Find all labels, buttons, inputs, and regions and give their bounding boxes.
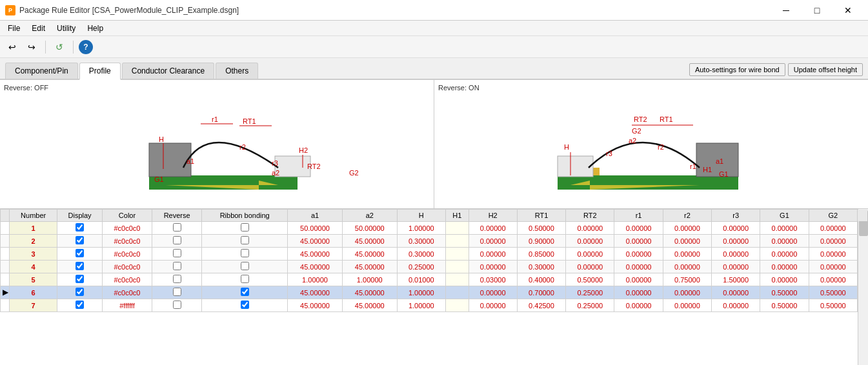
row-r3: 0.00000	[712, 286, 760, 299]
row-H1	[445, 235, 469, 248]
tab-component-pin[interactable]: Component/Pin	[5, 63, 78, 79]
th-a1: a1	[288, 210, 343, 222]
row-reverse[interactable]	[152, 222, 202, 235]
row-H2: 0.00000	[469, 299, 517, 312]
table-row[interactable]: 2#c0c0c045.0000045.000000.300000.000000.…	[1, 235, 868, 248]
table-area: Number Display Color Reverse Ribbon bond…	[0, 209, 868, 365]
table-row[interactable]: 5#c0c0c01.000001.000000.010000.030000.40…	[1, 273, 868, 286]
row-a1: 45.00000	[288, 299, 343, 312]
tab-conductor-clearance[interactable]: Conductor Clearance	[122, 63, 214, 79]
minimize-button[interactable]: ─	[771, 0, 801, 21]
row-H: 0.01000	[397, 273, 445, 286]
row-r2: 0.00000	[663, 222, 711, 235]
row-number: 4	[10, 261, 57, 273]
row-reverse[interactable]	[152, 299, 202, 312]
row-RT1: 0.40000	[517, 273, 565, 286]
row-G1: 0.00000	[760, 273, 809, 286]
row-reverse[interactable]	[152, 286, 202, 299]
tab-others[interactable]: Others	[216, 63, 258, 79]
row-display[interactable]	[57, 273, 103, 286]
row-color: #c0c0c0	[102, 248, 152, 261]
row-ribbon-bonding[interactable]	[202, 261, 288, 273]
row-ribbon-bonding[interactable]	[202, 235, 288, 248]
close-button[interactable]: ✕	[833, 0, 863, 21]
row-reverse[interactable]	[152, 248, 202, 261]
update-offset-height-button[interactable]: Update offset height	[788, 63, 863, 76]
table-row[interactable]: 4#c0c0c045.0000045.000000.250000.000000.…	[1, 261, 868, 273]
th-G1: G1	[760, 210, 809, 222]
th-r2: r2	[663, 210, 711, 222]
row-ribbon-bonding[interactable]	[202, 222, 288, 235]
row-ribbon-bonding[interactable]	[202, 248, 288, 261]
table-row[interactable]: 7#ffffff45.0000045.000001.000000.000000.…	[1, 299, 868, 312]
row-G2: 0.50000	[809, 286, 857, 299]
row-RT2: 0.00000	[566, 222, 614, 235]
row-number: 5	[10, 273, 57, 286]
menu-utility[interactable]: Utility	[52, 23, 81, 34]
row-r2: 0.00000	[663, 235, 711, 248]
row-display[interactable]	[57, 222, 103, 235]
main-content: Reverse: OFF	[0, 80, 868, 365]
refresh-button[interactable]: ↺	[51, 39, 68, 55]
row-H1	[445, 261, 469, 273]
row-r3: 0.00000	[712, 248, 760, 261]
row-G2: 0.00000	[809, 235, 857, 248]
th-RT2: RT2	[566, 210, 614, 222]
scrollbar[interactable]	[858, 209, 868, 365]
row-ribbon-bonding[interactable]	[202, 273, 288, 286]
row-display[interactable]	[57, 261, 103, 273]
menu-edit[interactable]: Edit	[26, 23, 50, 34]
row-r1: 0.00000	[614, 286, 663, 299]
svg-text:RT1: RT1	[660, 115, 673, 123]
redo-button[interactable]: ↪	[23, 39, 40, 55]
row-r3: 0.00000	[712, 222, 760, 235]
diagram-reverse-off: Reverse: OFF	[0, 80, 434, 208]
svg-text:H: H	[159, 135, 164, 143]
diagram-on-label: Reverse: ON	[438, 84, 864, 92]
toolbar: ↩ ↪ ↺ ?	[0, 36, 868, 58]
row-r3: 0.00000	[712, 261, 760, 273]
table-row[interactable]: ▶6#c0c0c045.0000045.000001.000000.000000…	[1, 286, 868, 299]
row-H1	[445, 299, 469, 312]
row-r1: 0.00000	[614, 235, 663, 248]
row-ribbon-bonding[interactable]	[202, 286, 288, 299]
svg-text:r1: r1	[212, 115, 218, 123]
row-reverse[interactable]	[152, 261, 202, 273]
svg-text:RT1: RT1	[243, 117, 256, 125]
table-row[interactable]: 3#c0c0c045.0000045.000000.300000.000000.…	[1, 248, 868, 261]
row-RT2: 0.25000	[566, 299, 614, 312]
row-H1	[445, 222, 469, 235]
menu-file[interactable]: File	[3, 23, 25, 34]
undo-button[interactable]: ↩	[4, 39, 21, 55]
help-button[interactable]: ?	[79, 40, 93, 54]
row-color: #c0c0c0	[102, 235, 152, 248]
svg-text:H1: H1	[703, 166, 712, 173]
row-a1: 45.00000	[288, 286, 343, 299]
svg-rect-26	[558, 156, 593, 177]
table-row[interactable]: 1#c0c0c050.0000050.000001.000000.000000.…	[1, 222, 868, 235]
svg-text:H: H	[564, 143, 569, 151]
row-display[interactable]	[57, 235, 103, 248]
row-reverse[interactable]	[152, 235, 202, 248]
th-color: Color	[102, 210, 152, 222]
row-display[interactable]	[57, 299, 103, 312]
row-RT1: 0.90000	[517, 235, 565, 248]
row-ribbon-bonding[interactable]	[202, 299, 288, 312]
menu-help[interactable]: Help	[82, 23, 108, 34]
auto-settings-button[interactable]: Auto-settings for wire bond	[689, 63, 785, 76]
row-color: #c0c0c0	[102, 261, 152, 273]
th-reverse: Reverse	[152, 210, 202, 222]
svg-text:a2: a2	[272, 169, 279, 177]
row-a2: 45.00000	[342, 248, 397, 261]
row-r1: 0.00000	[614, 248, 663, 261]
maximize-button[interactable]: □	[802, 0, 832, 21]
tab-profile[interactable]: Profile	[79, 63, 121, 80]
row-reverse[interactable]	[152, 273, 202, 286]
row-RT2: 0.00000	[566, 248, 614, 261]
row-RT1: 0.85000	[517, 248, 565, 261]
row-display[interactable]	[57, 286, 103, 299]
row-display[interactable]	[57, 248, 103, 261]
row-r2: 0.00000	[663, 248, 711, 261]
th-indicator	[1, 210, 10, 222]
row-r2: 0.00000	[663, 286, 711, 299]
